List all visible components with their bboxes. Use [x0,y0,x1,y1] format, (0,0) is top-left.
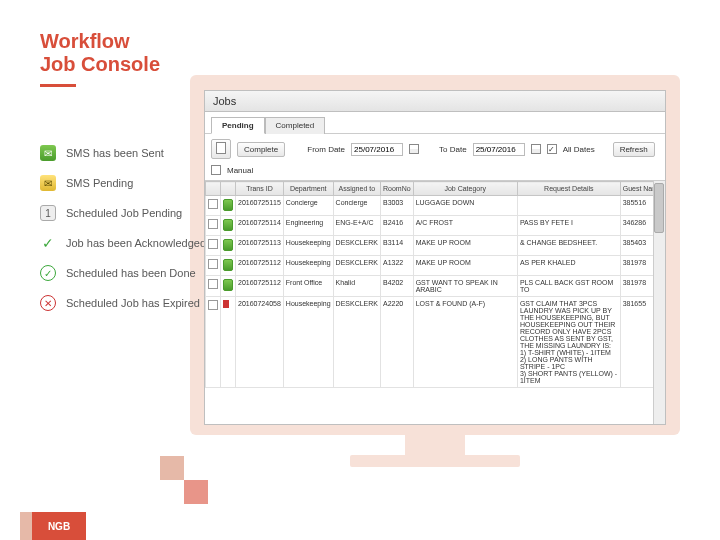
cell-room: B3114 [381,236,414,256]
cell-room: B3003 [381,196,414,216]
tabs: PendingCompleted [205,112,665,134]
legend-label: Job has been Acknowledged [66,237,206,249]
table-row[interactable]: 20160725114EngineeringENG-E+A/CB2416A/C … [206,216,665,236]
sms-sent-icon [223,219,233,231]
sched-exp-icon: ✕ [40,295,56,311]
new-job-button[interactable] [211,139,231,159]
cell-details: & CHANGE BEDSHEET. [517,236,620,256]
cell-dept: Housekeeping [283,297,333,388]
jobs-table: Trans IDDepartmentAssigned toRoomNoJob C… [205,181,665,388]
cell-assigned: DESKCLERK [333,297,380,388]
title-line-2: Job Console [40,53,160,76]
calendar-icon[interactable] [531,144,541,154]
ack-icon: ✓ [40,235,56,251]
to-date-input[interactable] [473,143,525,156]
cell-cat: LOST & FOUND (A-F) [413,297,517,388]
cell-trans: 20160725112 [236,276,284,297]
cell-cat: LUGGAGE DOWN [413,196,517,216]
jobs-grid[interactable]: Trans IDDepartmentAssigned toRoomNoJob C… [205,181,665,424]
row-checkbox[interactable] [208,259,218,269]
cell-details: PASS BY FETE I [517,216,620,236]
cell-dept: Front Office [283,276,333,297]
title-line-1: Workflow [40,30,160,53]
complete-button[interactable]: Complete [237,142,285,157]
all-dates-checkbox[interactable]: ✓ [547,144,557,154]
sms-sent-icon [223,279,233,291]
sched-pend-icon: 1 [40,205,56,221]
cell-trans: 20160725115 [236,196,284,216]
legend-label: Scheduled Job Pending [66,207,182,219]
row-checkbox[interactable] [208,219,218,229]
monitor-stand [405,435,465,455]
column-header[interactable]: Job Category [413,182,517,196]
legend-label: SMS has been Sent [66,147,164,159]
title-underline [40,84,76,87]
cell-assigned: DESKCLERK [333,236,380,256]
tab-pending[interactable]: Pending [211,117,265,134]
vertical-scrollbar[interactable] [653,181,665,424]
column-header[interactable] [206,182,221,196]
column-header[interactable]: Department [283,182,333,196]
toolbar: Complete From Date To Date ✓ All Dates R… [205,134,665,181]
column-header[interactable]: Assigned to [333,182,380,196]
logo-accent [20,512,32,540]
table-row[interactable]: 20160724058HousekeepingDESKCLERKA2220LOS… [206,297,665,388]
from-date-input[interactable] [351,143,403,156]
column-header[interactable]: Trans ID [236,182,284,196]
sms-sent-icon [223,199,233,211]
table-row[interactable]: 20160725112HousekeepingDESKCLERKA1322MAK… [206,256,665,276]
refresh-button[interactable]: Refresh [613,142,655,157]
row-checkbox[interactable] [208,239,218,249]
sms-pending-icon: ✉ [40,175,56,191]
monitor-base [350,455,520,467]
calendar-icon[interactable] [409,144,419,154]
scroll-thumb[interactable] [654,183,664,233]
from-date-label: From Date [307,145,345,154]
cell-cat: MAKE UP ROOM [413,256,517,276]
manual-label: Manual [227,166,253,175]
row-checkbox[interactable] [208,300,218,310]
legend-label: SMS Pending [66,177,133,189]
cell-details: GST CLAIM THAT 3PCS LAUNDRY WAS PICK UP … [517,297,620,388]
cell-dept: Engineering [283,216,333,236]
sms-sent-icon [223,239,233,251]
cell-assigned: DESKCLERK [333,256,380,276]
page-title: Workflow Job Console [40,30,160,76]
cell-trans: 20160724058 [236,297,284,388]
cell-cat: A/C FROST [413,216,517,236]
window-title: Jobs [205,91,665,112]
column-header[interactable]: Request Details [517,182,620,196]
cell-details: PLS CALL BACK GST ROOM TO [517,276,620,297]
sched-done-icon: ✓ [40,265,56,281]
cell-room: A1322 [381,256,414,276]
all-dates-label: All Dates [563,145,595,154]
decor-square-dark [184,480,208,504]
cell-room: B2416 [381,216,414,236]
cell-assigned: Khalid [333,276,380,297]
jobs-window: Jobs PendingCompleted Complete From Date… [204,90,666,425]
cell-assigned: Concierge [333,196,380,216]
ngb-logo: NGB [32,512,86,540]
cell-room: B4202 [381,276,414,297]
table-row[interactable]: 20160725113HousekeepingDESKCLERKB3114MAK… [206,236,665,256]
cell-trans: 20160725114 [236,216,284,236]
table-row[interactable]: 20160725115ConciergeConciergeB3003LUGGAG… [206,196,665,216]
to-date-label: To Date [439,145,467,154]
manual-checkbox[interactable] [211,165,221,175]
cell-dept: Housekeeping [283,256,333,276]
row-checkbox[interactable] [208,199,218,209]
column-header[interactable]: RoomNo [381,182,414,196]
row-checkbox[interactable] [208,279,218,289]
legend-label: Scheduled has been Done [66,267,196,279]
sms-sent-icon: ✉ [40,145,56,161]
priority-flag-icon [223,300,229,308]
cell-dept: Concierge [283,196,333,216]
decor-square-light [160,456,184,480]
document-icon [216,142,226,154]
cell-details: AS PER KHALED [517,256,620,276]
legend-label: Scheduled Job has Expired [66,297,200,309]
table-row[interactable]: 20160725112Front OfficeKhalidB4202GST WA… [206,276,665,297]
cell-trans: 20160725113 [236,236,284,256]
tab-completed[interactable]: Completed [265,117,326,134]
column-header[interactable] [221,182,236,196]
